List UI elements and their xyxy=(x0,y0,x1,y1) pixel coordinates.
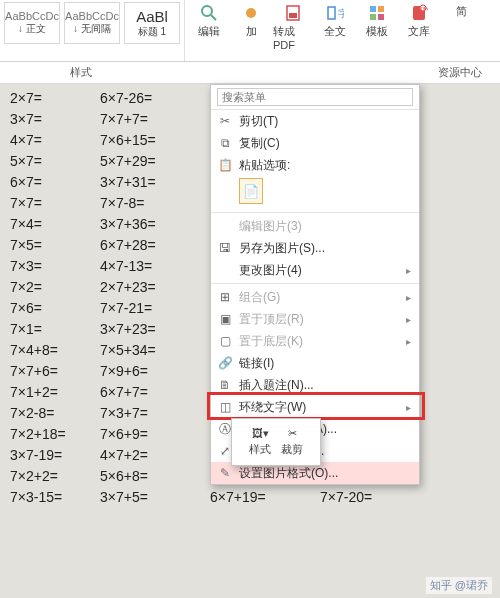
doc-cell: 7×3= xyxy=(10,258,100,274)
menu-edit-picture: 编辑图片(3) xyxy=(211,215,419,237)
svg-point-0 xyxy=(202,6,212,16)
menu-link[interactable]: 🔗链接(I) xyxy=(211,352,419,374)
doc-cell: 7×2+18= xyxy=(10,426,100,442)
svg-rect-7 xyxy=(370,6,376,12)
doc-cell: 6×7-26= xyxy=(100,90,210,106)
ribbon-subbar: 样式 资源中心 xyxy=(0,62,500,84)
library-button[interactable]: new文库 xyxy=(399,0,439,61)
save-icon: 🖫 xyxy=(217,240,233,256)
doc-cell: 4×7-13= xyxy=(100,258,210,274)
style-nospacing[interactable]: AaBbCcDc↓ 无间隔 xyxy=(64,2,120,44)
menu-wrap-text[interactable]: ◫环绕文字(W)▸ xyxy=(211,396,419,418)
doc-cell: 6×7+19= xyxy=(210,489,320,505)
svg-text:字: 字 xyxy=(338,8,344,19)
menu-search-input[interactable] xyxy=(217,88,413,106)
caption-icon: 🗎 xyxy=(217,377,233,393)
paste-keep-source[interactable]: 📄 xyxy=(239,178,263,204)
chevron-right-icon: ▸ xyxy=(406,265,411,276)
menu-send-back: ▢置于底层(K)▸ xyxy=(211,330,419,352)
edit-button[interactable]: 编辑 xyxy=(189,0,229,61)
fulltext-button[interactable]: 字全文 xyxy=(315,0,355,61)
menu-cut[interactable]: ✂剪切(T) xyxy=(211,110,419,132)
copy-icon: ⧉ xyxy=(217,135,233,151)
doc-cell: 3×7+31= xyxy=(100,174,210,190)
doc-cell: 5×7+29= xyxy=(100,153,210,169)
doc-cell: 6×7+7= xyxy=(100,384,210,400)
link-icon: 🔗 xyxy=(217,355,233,371)
dot-icon xyxy=(242,4,260,22)
ribbon-buttons: 编辑 加 转成PDF 字全文 模板 new文库 简 xyxy=(185,0,481,61)
svg-point-2 xyxy=(246,8,256,18)
doc-cell: 7×5+34= xyxy=(100,342,210,358)
simple-button[interactable]: 简 xyxy=(441,0,481,61)
doc-cell: 2×7= xyxy=(10,90,100,106)
menu-change-picture[interactable]: 更改图片(4)▸ xyxy=(211,259,419,281)
styles-group-label: 样式 xyxy=(70,65,92,80)
doc-cell: 7×3+7= xyxy=(100,405,210,421)
front-icon: ▣ xyxy=(217,311,233,327)
library-icon: new xyxy=(410,4,428,22)
doc-cell: 6×7+28= xyxy=(100,237,210,253)
mini-style-button[interactable]: 🖼▾样式 xyxy=(249,427,271,457)
format-icon: ✎ xyxy=(217,465,233,481)
watermark: 知乎 @珺乔 xyxy=(426,577,492,594)
doc-cell: 7×3-15= xyxy=(10,489,100,505)
menu-paste-options: 📋粘贴选项: xyxy=(211,154,419,176)
styles-gallery[interactable]: AaBbCcDc↓ 正文 AaBbCcDc↓ 无间隔 AaBl标题 1 xyxy=(0,0,185,61)
grid-icon xyxy=(368,4,386,22)
doc-cell: 7×6= xyxy=(10,300,100,316)
svg-rect-4 xyxy=(289,13,297,18)
svg-line-1 xyxy=(211,15,216,20)
paste-option-row: 📄 xyxy=(211,176,419,210)
doc-cell: 7×2+2= xyxy=(10,468,100,484)
doc-cell: 7×9+6= xyxy=(100,363,210,379)
doc-cell: 3×7+5= xyxy=(100,489,210,505)
doc-cell: 5×6+8= xyxy=(100,468,210,484)
svg-rect-8 xyxy=(378,6,384,12)
menu-copy[interactable]: ⧉复制(C) xyxy=(211,132,419,154)
wrap-icon: ◫ xyxy=(217,399,233,415)
template-button[interactable]: 模板 xyxy=(357,0,397,61)
menu-bring-front: ▣置于顶层(R)▸ xyxy=(211,308,419,330)
doc-cell: 2×7+23= xyxy=(100,279,210,295)
doc-cell: 7×6+9= xyxy=(100,426,210,442)
style-icon: 🖼▾ xyxy=(252,427,269,440)
mini-toolbar: 🖼▾样式 ✂裁剪 xyxy=(231,418,321,466)
crop-icon: ✂ xyxy=(288,427,297,440)
menu-search[interactable] xyxy=(211,85,419,110)
add-button[interactable]: 加 xyxy=(231,0,271,61)
doc-row: 7×3-15=3×7+5=6×7+19=7×7-20= xyxy=(10,489,490,505)
ribbon: AaBbCcDc↓ 正文 AaBbCcDc↓ 无间隔 AaBl标题 1 编辑 加… xyxy=(0,0,500,62)
doc-cell: 3×7+36= xyxy=(100,216,210,232)
doc-cell: 7×7+7= xyxy=(100,111,210,127)
menu-save-as-picture[interactable]: 🖫另存为图片(S)... xyxy=(211,237,419,259)
doc-cell: 7×6+15= xyxy=(100,132,210,148)
menu-insert-caption[interactable]: 🗎插入题注(N)... xyxy=(211,374,419,396)
style-normal[interactable]: AaBbCcDc↓ 正文 xyxy=(4,2,60,44)
svg-rect-5 xyxy=(328,7,335,19)
doc-cell: 7×2= xyxy=(10,279,100,295)
search-icon xyxy=(200,4,218,22)
doc-cell: 3×7= xyxy=(10,111,100,127)
doc-cell: 7×7= xyxy=(10,195,100,211)
doc-cell: 7×1= xyxy=(10,321,100,337)
mini-crop-button[interactable]: ✂裁剪 xyxy=(281,427,303,457)
doc-cell: 7×1+2= xyxy=(10,384,100,400)
doc-cell: 6×7= xyxy=(10,174,100,190)
doc-cell: 3×7+23= xyxy=(100,321,210,337)
style-heading1[interactable]: AaBl标题 1 xyxy=(124,2,180,44)
doc-cell: 7×7-20= xyxy=(320,489,430,505)
pdf-icon xyxy=(284,4,302,22)
doc-cell: 7×5= xyxy=(10,237,100,253)
doc-cell: 7×2-8= xyxy=(10,405,100,421)
doc-cell: 5×7= xyxy=(10,153,100,169)
doc-cell: 4×7+2= xyxy=(100,447,210,463)
back-icon: ▢ xyxy=(217,333,233,349)
doc-cell: 7×4= xyxy=(10,216,100,232)
svg-text:new: new xyxy=(421,5,428,11)
paste-icon: 📋 xyxy=(217,157,233,173)
group-icon: ⊞ xyxy=(217,289,233,305)
pdf-button[interactable]: 转成PDF xyxy=(273,0,313,61)
doc-cell: 7×4+8= xyxy=(10,342,100,358)
scissors-icon: ✂ xyxy=(217,113,233,129)
